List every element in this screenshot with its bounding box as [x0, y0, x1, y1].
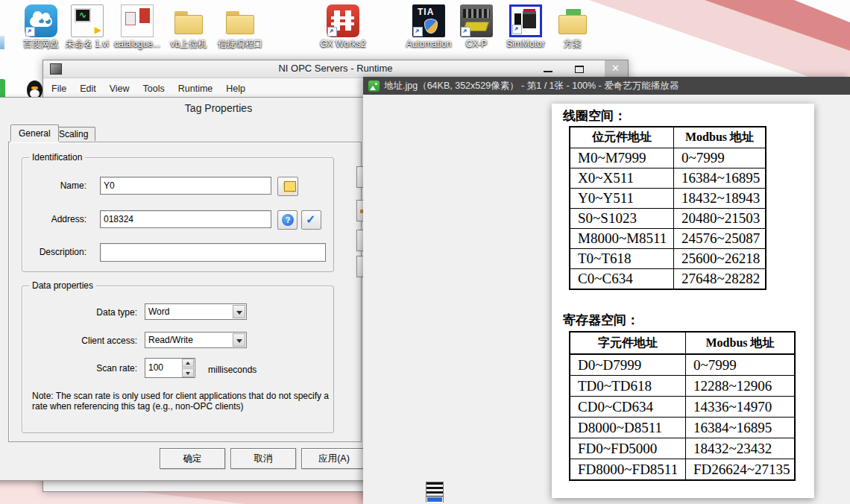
shortcut-arrow-icon: [413, 27, 423, 37]
spin-down-icon[interactable]: [182, 368, 194, 377]
addr-col-header: 位元件地址: [570, 127, 674, 148]
addr-cell: 16384~16895: [686, 418, 796, 438]
image-file-icon: [368, 81, 380, 92]
table-row: M8000~M851124576~25087: [570, 229, 766, 249]
addr-cell: M8000~M8511: [570, 229, 674, 249]
scan-rate-label: Scan rate:: [77, 363, 137, 374]
addr-cell: CD0~CD634: [570, 397, 686, 418]
name-label: Name:: [31, 180, 86, 191]
addr-cell: D0~D7999: [570, 354, 686, 376]
table-header-row: 字元件地址Modbus 地址: [570, 332, 795, 354]
data-type-label: Data type:: [69, 307, 137, 318]
cx-p-icon: [460, 4, 493, 37]
client-access-label: Client access:: [62, 336, 137, 346]
viewer-title: 地址.jpg（64KB, 352x529像素） - 第1 / 1张 - 100%…: [384, 80, 679, 92]
addr-cell: FD0~FD5000: [570, 438, 686, 459]
name-input[interactable]: [100, 177, 271, 195]
scan-rate-note: Note: The scan rate is only used for cli…: [32, 391, 345, 412]
scan-rate-stepper[interactable]: 100: [145, 358, 195, 378]
shortcut-arrow-icon: [25, 27, 35, 37]
addr-cell: FD26624~27135: [686, 459, 796, 481]
tag-properties-dialog: Tag Properties General Scaling Identific…: [0, 97, 367, 481]
address-map-image: 线圈空间： 位元件地址Modbus 地址M0~M79990~7999X0~X51…: [552, 104, 814, 498]
table-row: X0~X51116384~16895: [570, 168, 766, 189]
menu-edit[interactable]: Edit: [73, 80, 103, 98]
address-input[interactable]: [100, 210, 271, 228]
scan-rate-unit: milliseconds: [208, 365, 298, 375]
menu-tools[interactable]: Tools: [136, 80, 171, 98]
gx-works2-icon: [327, 4, 359, 37]
spin-up-icon[interactable]: [182, 359, 194, 368]
addr-cell: 0~7999: [674, 148, 766, 168]
table-row: C0~C63427648~28282: [570, 269, 766, 290]
addr-col-header: 字元件地址: [570, 332, 686, 354]
tab-general[interactable]: General: [10, 125, 59, 141]
table-row: T0~T61825600~26218: [570, 249, 766, 269]
address-validate-button[interactable]: ✓: [301, 210, 321, 230]
screen: 百度网盘未命名 1.vicatalogue...vb上位机信捷编程口GX Wor…: [0, 0, 850, 504]
browse-tags-button[interactable]: [277, 177, 298, 196]
table-row: D8000~D851116384~16895: [570, 418, 795, 438]
coil-space-table: 位元件地址Modbus 地址M0~M79990~7999X0~X51116384…: [569, 126, 766, 290]
table-row: M0~M79990~7999: [570, 148, 766, 168]
table-row: D0~D79990~7999: [570, 354, 795, 376]
addr-cell: FD8000~FD8511: [570, 459, 686, 481]
chevron-down-icon[interactable]: [233, 333, 245, 347]
table-row: S0~S102320480~21503: [570, 209, 766, 229]
scan-rate-value: 100: [148, 362, 163, 373]
shortcut-arrow-icon: [327, 27, 337, 37]
menu-view[interactable]: View: [103, 80, 136, 98]
table-row: CD0~CD63414336~14970: [570, 397, 795, 418]
menu-help[interactable]: Help: [219, 80, 252, 98]
table-row: TD0~TD61812288~12906: [570, 376, 795, 397]
addr-cell: 24576~25087: [674, 229, 766, 249]
partial-desktop-icon: [0, 36, 4, 49]
xinje-port-folder-icon: [224, 4, 256, 37]
addr-cell: 16384~16895: [674, 168, 766, 189]
addr-cell: 0~7999: [686, 354, 796, 376]
cancel-button[interactable]: 取消: [230, 448, 296, 469]
addr-cell: 20480~21503: [674, 209, 766, 229]
register-space-table: 字元件地址Modbus 地址D0~D79990~7999TD0~TD618122…: [569, 331, 796, 481]
desktop-icon-label: 信捷编程口: [207, 40, 274, 49]
addr-cell: 18432~23432: [686, 438, 796, 459]
client-access-value: Read/Write: [148, 335, 193, 345]
viewer-titlebar[interactable]: 地址.jpg（64KB, 352x529像素） - 第1 / 1张 - 100%…: [363, 77, 850, 95]
catalogue-icon: [121, 4, 154, 37]
address-label: Address:: [31, 214, 86, 224]
addr-cell: S0~S1023: [570, 209, 674, 229]
register-space-title: 寄存器空间：: [563, 312, 639, 329]
menu-runtime[interactable]: Runtime: [171, 80, 220, 98]
help-icon: ?: [282, 214, 294, 226]
notes-icon: [284, 181, 296, 192]
addr-col-header: Modbus 地址: [686, 332, 796, 354]
apply-button[interactable]: 应用(A): [301, 448, 367, 469]
addr-cell: T0~T618: [570, 249, 674, 269]
desktop-icon-gx-works2[interactable]: GX Works2: [309, 4, 377, 49]
chevron-down-icon[interactable]: [233, 305, 245, 318]
addr-cell: X0~X511: [570, 168, 674, 189]
description-input[interactable]: [100, 243, 326, 262]
vb-host-folder-icon: [172, 4, 205, 37]
desktop-icon-fangan-folder[interactable]: 方案: [539, 4, 606, 49]
addr-cell: 14336~14970: [686, 397, 796, 418]
ni-opc-titlebar[interactable]: NI OPC Servers - Runtime: [43, 60, 628, 78]
menu-file[interactable]: File: [45, 80, 73, 98]
dialog-title: Tag Properties: [107, 102, 330, 114]
addr-cell: TD0~TD618: [570, 376, 686, 397]
identification-label: Identification: [29, 152, 85, 163]
minimize-button[interactable]: [532, 60, 564, 78]
client-access-select[interactable]: Read/Write: [145, 332, 247, 348]
addr-cell: 27648~28282: [674, 269, 766, 290]
desktop-icon-label: GX Works2: [309, 40, 377, 49]
addr-cell: D8000~D8511: [570, 418, 686, 438]
fangan-folder-icon: [556, 4, 589, 37]
maximize-button[interactable]: [564, 60, 595, 78]
desktop-icon-xinje-port-folder[interactable]: 信捷编程口: [207, 4, 274, 49]
simmotor-icon: [509, 4, 542, 37]
data-type-value: Word: [148, 306, 169, 317]
data-type-select[interactable]: Word: [145, 303, 247, 320]
ok-button[interactable]: 确定: [160, 448, 225, 469]
close-button[interactable]: [605, 60, 628, 78]
address-help-button[interactable]: ?: [277, 210, 298, 230]
